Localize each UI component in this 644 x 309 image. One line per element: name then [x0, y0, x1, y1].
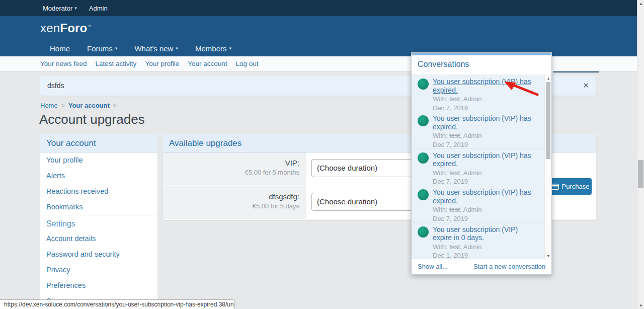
- subnav-latest-activity[interactable]: Latest activity: [96, 60, 137, 67]
- dropdown-scrollbar[interactable]: ▲ ▼: [544, 74, 551, 259]
- page-title: Account upgrades: [39, 112, 145, 127]
- upgrade-info: VIP: €5.00 for 5 months: [163, 152, 306, 186]
- with-label: With:: [433, 169, 449, 177]
- nav-forums[interactable]: Forums▾: [78, 40, 126, 56]
- scrollbar-thumb[interactable]: [546, 82, 550, 159]
- conversation-link[interactable]: You user subscription (VIP) expire in 0 …: [433, 225, 538, 242]
- deleted-user: test: [449, 132, 460, 139]
- conversation-participants: With: test, Admin: [433, 169, 538, 177]
- show-all-link[interactable]: Show all...: [418, 263, 448, 270]
- header: xenForo™ Home Forums▾ What's new▾ Member…: [0, 16, 644, 56]
- avatar: [418, 115, 429, 126]
- conversations-title: Conversations: [412, 55, 551, 74]
- subnav-your-news-feed[interactable]: Your news feed: [40, 60, 87, 67]
- subnav-your-account[interactable]: Your account: [188, 60, 227, 67]
- participant: , Admin: [460, 169, 481, 177]
- nav-home-label: Home: [50, 44, 70, 53]
- main-nav: Home Forums▾ What's new▾ Members▾: [41, 40, 240, 56]
- account-sidebar: Your account Your profile Alerts Reactio…: [40, 134, 157, 309]
- avatar: [418, 79, 429, 90]
- conversation-participants: With: test, Admin: [433, 132, 538, 140]
- nav-whats-new-label: What's new: [134, 44, 173, 53]
- conversation-link[interactable]: You user subscription (VIP) has expired.: [433, 151, 538, 168]
- scrollbar-thumb[interactable]: [638, 160, 643, 188]
- admin-link[interactable]: Admin: [89, 5, 108, 12]
- sidebar-title: Your account: [40, 134, 157, 152]
- conversation-participants: With: test, Admin: [433, 243, 538, 251]
- moderator-label: Moderator: [43, 5, 72, 12]
- chevron-down-icon: ▾: [229, 46, 232, 51]
- chevron-down-icon: ▾: [74, 6, 77, 11]
- sidebar-section-settings: Settings: [40, 215, 157, 231]
- scroll-up-icon[interactable]: ▲: [545, 74, 552, 82]
- with-label: With:: [433, 243, 449, 251]
- participant: , Admin: [460, 132, 481, 139]
- chevron-down-icon: ▾: [176, 46, 178, 51]
- admin-bar: Moderator▾ Admin: [0, 0, 644, 16]
- clear-search-icon[interactable]: ✕: [583, 81, 589, 90]
- sidebar-item-bookmarks[interactable]: Bookmarks: [40, 199, 157, 215]
- participant: , Admin: [460, 206, 481, 213]
- start-new-conversation-link[interactable]: Start a new conversation: [473, 263, 545, 270]
- avatar: [418, 189, 429, 200]
- sidebar-item-your-profile[interactable]: Your profile: [40, 152, 157, 168]
- conversation-link[interactable]: You user subscription (VIP) has expired.: [433, 188, 538, 205]
- deleted-user: test: [449, 169, 460, 177]
- participant: , Admin: [460, 95, 481, 103]
- deleted-user: test: [449, 95, 460, 103]
- nav-members[interactable]: Members▾: [187, 40, 240, 56]
- conversation-item[interactable]: You user subscription (VIP) expire in 0 …: [412, 222, 551, 259]
- sidebar-item-reactions-received[interactable]: Reactions received: [40, 184, 157, 199]
- upgrade-info: dfsgsdfg: €5.00 for 5 days: [163, 186, 306, 220]
- breadcrumb-separator: >: [61, 102, 65, 109]
- deleted-user: test: [449, 206, 460, 213]
- conversations-list: You user subscription (VIP) has expired.…: [412, 74, 551, 259]
- scroll-down-icon[interactable]: ▼: [637, 302, 644, 309]
- conversation-item[interactable]: You user subscription (VIP) has expired.…: [412, 111, 551, 148]
- avatar: [418, 226, 429, 238]
- nav-members-label: Members: [195, 44, 227, 53]
- conversation-date: Dec 7, 2019: [433, 215, 538, 222]
- nav-whats-new[interactable]: What's new▾: [126, 40, 187, 56]
- logo-mark: ™: [87, 24, 91, 29]
- sidebar-item-alerts[interactable]: Alerts: [40, 168, 157, 184]
- upgrade-price: €5.00 for 5 days: [163, 202, 299, 210]
- xenforo-logo[interactable]: xenForo™: [40, 21, 92, 35]
- browser-scrollbar[interactable]: ▲ ▼: [637, 0, 644, 309]
- sidebar-item-password-and-security[interactable]: Password and security: [40, 247, 157, 262]
- logo-xen: xen: [40, 21, 60, 35]
- deleted-user: test: [449, 243, 460, 251]
- chevron-down-icon: ▾: [115, 46, 118, 51]
- upgrade-name: dfsgsdfg:: [163, 192, 299, 201]
- with-label: With:: [433, 95, 449, 103]
- conversation-date: Dec 1, 2019: [433, 252, 538, 259]
- nav-home[interactable]: Home: [41, 40, 78, 56]
- subnav-log-out[interactable]: Log out: [235, 60, 258, 67]
- status-bar-url: https://dev.xen-soluce.com/conversations…: [0, 299, 234, 309]
- conversation-participants: With: test, Admin: [433, 206, 538, 214]
- breadcrumb: Home > Your account >: [40, 102, 117, 109]
- subnav-your-profile[interactable]: Your profile: [145, 60, 179, 67]
- dropdown-footer: Show all... Start a new conversation: [412, 259, 551, 274]
- scroll-down-icon[interactable]: ▼: [545, 252, 552, 259]
- conversation-date: Dec 7, 2019: [433, 104, 538, 112]
- participant: , Admin: [460, 243, 481, 251]
- moderator-menu[interactable]: Moderator▾: [43, 5, 77, 12]
- conversation-item[interactable]: You user subscription (VIP) has expired.…: [412, 185, 551, 222]
- upgrade-price: €5.00 for 5 months: [163, 169, 299, 176]
- sidebar-item-privacy[interactable]: Privacy: [40, 262, 157, 278]
- page: Moderator▾ Admin xenForo™ Home Forums▾ W…: [0, 0, 644, 309]
- sidebar-item-account-details[interactable]: Account details: [40, 231, 157, 247]
- breadcrumb-separator: >: [113, 102, 117, 109]
- scroll-up-icon[interactable]: ▲: [637, 0, 644, 7]
- conversation-item[interactable]: You user subscription (VIP) has expired.…: [412, 148, 551, 185]
- conversation-date: Dec 7, 2019: [433, 141, 538, 148]
- breadcrumb-home[interactable]: Home: [40, 102, 58, 109]
- conversation-date: Dec 7, 2019: [433, 178, 538, 185]
- breadcrumb-your-account[interactable]: Your account: [68, 102, 110, 109]
- sidebar-item-preferences[interactable]: Preferences: [40, 278, 157, 293]
- logo-foro: Foro: [60, 21, 87, 35]
- conversation-link[interactable]: You user subscription (VIP) has expired.: [433, 114, 538, 131]
- avatar: [418, 152, 429, 164]
- with-label: With:: [433, 132, 449, 139]
